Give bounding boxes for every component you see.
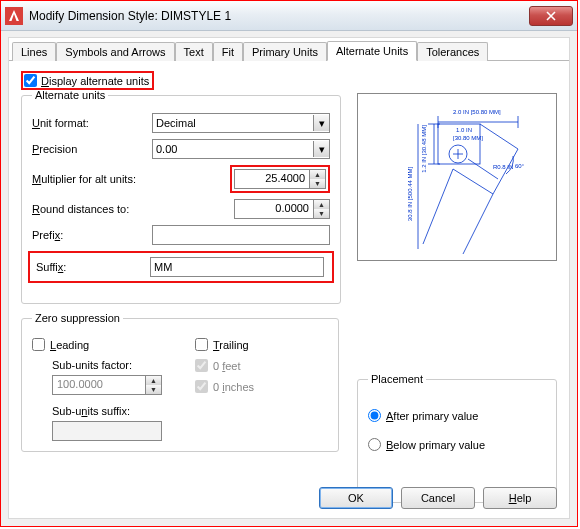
leading-label: Leading (50, 339, 89, 351)
below-primary-label: Below primary value (386, 439, 485, 451)
trailing-checkbox[interactable] (195, 338, 208, 351)
leading-checkbox[interactable] (32, 338, 45, 351)
tab-primary-units[interactable]: Primary Units (243, 42, 327, 61)
spinner-down-icon: ▼ (146, 385, 161, 394)
after-primary-label: After primary value (386, 410, 478, 422)
zero-inches-checkbox (195, 380, 208, 393)
dialog-button-row: OK Cancel Help (9, 478, 569, 518)
preview-dim-angle: 60° (515, 163, 525, 169)
tab-strip: Lines Symbols and Arrows Text Fit Primar… (9, 38, 569, 61)
titlebar: Modify Dimension Style: DIMSTYLE 1 (1, 1, 577, 31)
preview-dim-inner: 1.0 IN (456, 127, 472, 133)
unit-format-dropdown[interactable]: Decimal ▾ (152, 113, 330, 133)
zero-feet-label: 0 feet (213, 360, 241, 372)
preview-dim-radius: R0.8 IN (493, 164, 513, 170)
cancel-button[interactable]: Cancel (401, 487, 475, 509)
chevron-down-icon: ▾ (313, 115, 329, 131)
multiplier-spinner[interactable]: 25.4000 ▲▼ (234, 169, 326, 189)
spinner-up-icon: ▲ (146, 376, 161, 385)
preview-dim-inner2: [30.80 MM] (453, 135, 483, 141)
alternate-units-group: Alternate units Unit format: Decimal ▾ P… (21, 89, 341, 304)
spinner-down-icon[interactable]: ▼ (310, 179, 325, 188)
sub-units-factor-spinner: 100.0000 ▲▼ (52, 375, 162, 395)
sub-units-factor-label: Sub-units factor: (52, 359, 165, 371)
help-button[interactable]: Help (483, 487, 557, 509)
sub-units-factor-value: 100.0000 (53, 376, 145, 394)
unit-format-value: Decimal (156, 117, 196, 129)
svg-line-13 (423, 169, 453, 244)
zero-feet-checkbox (195, 359, 208, 372)
ok-button[interactable]: OK (319, 487, 393, 509)
below-primary-radio[interactable] (368, 438, 381, 451)
svg-line-14 (463, 194, 493, 254)
alternate-units-legend: Alternate units (32, 89, 108, 101)
after-primary-radio[interactable] (368, 409, 381, 422)
tab-text[interactable]: Text (175, 42, 213, 61)
window-title: Modify Dimension Style: DIMSTYLE 1 (29, 9, 529, 23)
prefix-label: Prefix: (32, 229, 152, 241)
precision-label: Precision (32, 143, 152, 155)
chevron-down-icon: ▾ (313, 141, 329, 157)
multiplier-value[interactable]: 25.4000 (235, 170, 309, 188)
preview-dim-left2: 30.8 IN [500.44 MM] (407, 166, 413, 221)
display-alternate-units-checkbox[interactable] (24, 74, 37, 87)
unit-format-label: Unit format: (32, 117, 152, 129)
spinner-up-icon[interactable]: ▲ (314, 200, 329, 209)
preview-dim-left1: 1.2 IN [30.48 MM] (421, 125, 427, 173)
sub-units-suffix-input (52, 421, 162, 441)
tab-symbols-arrows[interactable]: Symbols and Arrows (56, 42, 174, 61)
prefix-input[interactable] (152, 225, 330, 245)
tab-alternate-units[interactable]: Alternate Units (327, 41, 417, 61)
dimension-preview: 2.0 IN [50.80 MM] 1.0 IN [30.80 MM] R0.8… (357, 93, 557, 261)
precision-value: 0.00 (156, 143, 177, 155)
suffix-input[interactable] (150, 257, 324, 277)
suffix-label: Suffix: (36, 261, 150, 273)
preview-dim-top: 2.0 IN [50.80 MM] (453, 109, 501, 115)
precision-dropdown[interactable]: 0.00 ▾ (152, 139, 330, 159)
spinner-down-icon[interactable]: ▼ (314, 209, 329, 218)
close-button[interactable] (529, 6, 573, 26)
zero-inches-label: 0 inches (213, 381, 254, 393)
spinner-up-icon[interactable]: ▲ (310, 170, 325, 179)
zero-suppression-group: Zero suppression Leading Sub-units facto… (21, 312, 339, 452)
display-alternate-units-label: Display alternate units (41, 75, 149, 87)
tab-fit[interactable]: Fit (213, 42, 243, 61)
multiplier-label: Multiplier for alt units: (32, 173, 192, 185)
sub-units-suffix-label: Sub-units suffix: (52, 405, 165, 417)
tab-lines[interactable]: Lines (12, 42, 56, 61)
round-spinner[interactable]: 0.0000 ▲▼ (234, 199, 330, 219)
round-value[interactable]: 0.0000 (235, 200, 313, 218)
zero-suppression-legend: Zero suppression (32, 312, 123, 324)
app-icon (5, 7, 23, 25)
svg-rect-0 (5, 7, 23, 25)
tab-tolerances[interactable]: Tolerances (417, 42, 488, 61)
close-icon (546, 11, 556, 21)
placement-legend: Placement (368, 373, 426, 385)
trailing-label: Trailing (213, 339, 249, 351)
round-label: Round distances to: (32, 203, 192, 215)
